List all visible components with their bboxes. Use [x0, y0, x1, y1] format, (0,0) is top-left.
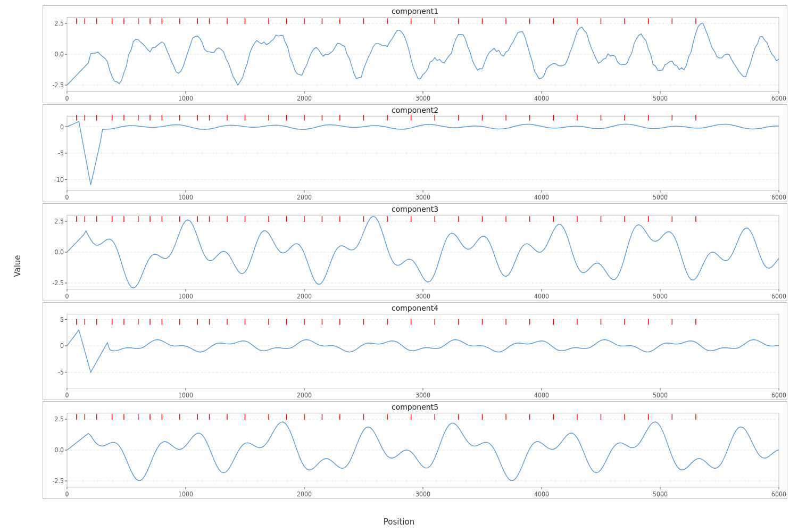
panel-component4: component4 0100020003000400050006000 50-…: [43, 302, 787, 400]
panel-component2: component2 0100020003000400050006000 0-5…: [43, 104, 787, 202]
svg-text:3000: 3000: [415, 391, 430, 398]
y-axis-label: Value: [13, 255, 22, 277]
svg-text:2000: 2000: [297, 94, 312, 102]
svg-text:4000: 4000: [534, 391, 549, 398]
svg-text:1000: 1000: [178, 292, 193, 300]
panel-component1: component1 0100020003000400050006000 2.5…: [43, 5, 787, 103]
svg-text:2.5: 2.5: [54, 415, 63, 423]
svg-text:0: 0: [65, 94, 69, 102]
svg-text:2.5: 2.5: [54, 20, 63, 27]
svg-text:1000: 1000: [178, 391, 193, 398]
svg-text:5000: 5000: [653, 292, 668, 300]
panel-svg-component3: 0100020003000400050006000 2.50.0-2.5: [43, 204, 787, 301]
svg-text:-5: -5: [58, 369, 64, 376]
svg-text:0.0: 0.0: [54, 248, 63, 256]
panel-title-component1: component1: [43, 7, 787, 15]
svg-text:3000: 3000: [415, 292, 430, 300]
svg-text:0: 0: [65, 391, 69, 398]
svg-text:2000: 2000: [297, 193, 312, 201]
svg-text:0: 0: [65, 292, 69, 300]
svg-text:4000: 4000: [534, 490, 549, 497]
svg-text:-5: -5: [58, 149, 64, 157]
svg-text:5: 5: [60, 315, 64, 323]
svg-text:3000: 3000: [415, 193, 430, 201]
svg-text:1000: 1000: [178, 94, 193, 102]
svg-text:3000: 3000: [415, 490, 430, 497]
chart-container: Processed signal with SSA Value Position…: [0, 0, 798, 532]
svg-text:0: 0: [65, 193, 69, 201]
panel-svg-component1: 0100020003000400050006000 2.50.0-2.5: [43, 6, 787, 103]
panel-svg-component5: 0100020003000400050006000 2.50.0-2.5: [43, 402, 787, 498]
svg-text:4000: 4000: [534, 94, 549, 102]
svg-text:6000: 6000: [771, 292, 786, 300]
svg-text:-10: -10: [54, 176, 64, 184]
svg-text:-2.5: -2.5: [53, 81, 64, 89]
svg-text:0.0: 0.0: [54, 51, 63, 58]
svg-text:-2.5: -2.5: [53, 279, 64, 287]
panel-component5: component5 0100020003000400050006000 2.5…: [43, 401, 787, 499]
panel-svg-component4: 0100020003000400050006000 50-5: [43, 303, 787, 400]
panel-component3: component3 0100020003000400050006000 2.5…: [43, 203, 787, 301]
panels-wrapper: component1 0100020003000400050006000 2.5…: [43, 5, 787, 500]
svg-rect-114: [67, 215, 779, 289]
svg-text:4000: 4000: [534, 193, 549, 201]
svg-rect-57: [67, 116, 779, 190]
svg-text:2000: 2000: [297, 391, 312, 398]
svg-text:6000: 6000: [771, 490, 786, 497]
svg-rect-228: [67, 413, 779, 487]
svg-rect-171: [67, 314, 779, 388]
svg-text:0: 0: [60, 342, 64, 350]
panel-svg-component2: 0100020003000400050006000 0-5-10: [43, 105, 787, 202]
svg-rect-0: [67, 17, 779, 91]
svg-text:2000: 2000: [297, 490, 312, 497]
svg-text:5000: 5000: [653, 391, 668, 398]
svg-text:3000: 3000: [415, 94, 430, 102]
panel-title-component5: component5: [43, 403, 787, 411]
svg-text:6000: 6000: [771, 94, 786, 102]
svg-text:0.0: 0.0: [54, 446, 63, 454]
svg-text:0: 0: [60, 123, 64, 130]
svg-text:-2.5: -2.5: [53, 477, 64, 485]
svg-text:1000: 1000: [178, 490, 193, 497]
svg-text:5000: 5000: [653, 490, 668, 497]
panel-title-component4: component4: [43, 304, 787, 312]
svg-text:6000: 6000: [771, 193, 786, 201]
svg-text:5000: 5000: [653, 94, 668, 102]
svg-text:2000: 2000: [297, 292, 312, 300]
svg-text:2.5: 2.5: [54, 218, 63, 225]
svg-text:5000: 5000: [653, 193, 668, 201]
svg-text:4000: 4000: [534, 292, 549, 300]
svg-text:6000: 6000: [771, 391, 786, 398]
svg-text:0: 0: [65, 490, 69, 497]
panel-title-component3: component3: [43, 205, 787, 213]
x-axis-label: Position: [384, 517, 414, 527]
svg-text:1000: 1000: [178, 193, 193, 201]
panel-title-component2: component2: [43, 106, 787, 114]
